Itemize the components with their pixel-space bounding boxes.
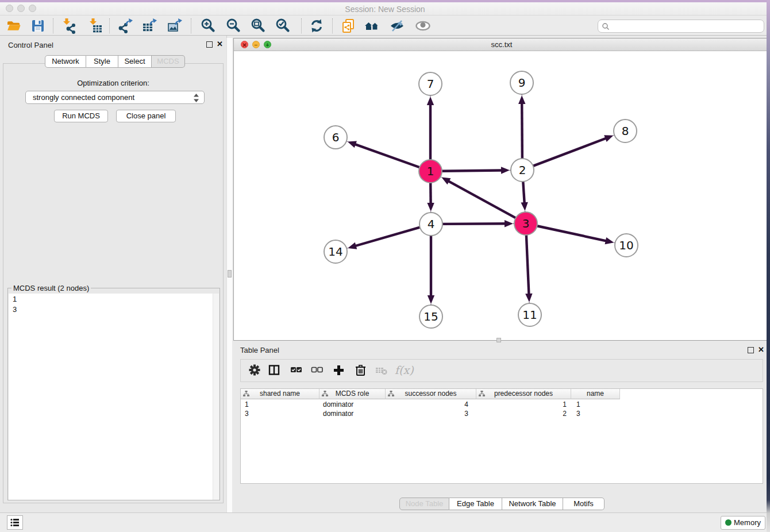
column-header-name[interactable]: name — [571, 389, 620, 399]
function-builder-icon[interactable]: f(x) — [395, 364, 418, 379]
tab-select[interactable]: Select — [118, 55, 152, 68]
graph-node-label: 10 — [619, 238, 633, 252]
delete-column-icon[interactable] — [355, 364, 378, 379]
graph-node-3[interactable]: 3 — [514, 212, 537, 235]
copy-view-icon[interactable] — [340, 18, 356, 34]
split-panel-icon[interactable] — [268, 364, 291, 379]
graph-node-1[interactable]: 1 — [419, 160, 442, 183]
graph-node-2[interactable]: 2 — [511, 159, 534, 182]
graph-node-label: 1 — [427, 164, 434, 178]
graph-edge-2-3[interactable] — [521, 182, 528, 212]
export-network-icon[interactable] — [117, 18, 133, 34]
graph-edge-4-3[interactable] — [442, 220, 514, 227]
graph-edge-3-10[interactable] — [537, 226, 615, 244]
network-graph-canvas[interactable]: 1234678910111415 — [234, 51, 769, 340]
task-history-button[interactable] — [7, 515, 23, 530]
toolbar-separator — [109, 18, 110, 33]
zoom-selected-icon[interactable] — [275, 18, 291, 34]
close-panel-button[interactable]: Close panel — [116, 110, 176, 122]
show-panel-icon[interactable] — [415, 18, 431, 34]
select-all-icon[interactable] — [290, 364, 313, 379]
close-table-panel-icon[interactable]: ✕ — [758, 345, 764, 354]
zoom-fit-icon[interactable] — [250, 18, 266, 34]
close-panel-icon[interactable]: ✕ — [217, 40, 223, 48]
table-cell[interactable]: dominator — [323, 409, 386, 418]
table-cell[interactable]: 3 — [245, 409, 319, 418]
graph-node-10[interactable]: 10 — [615, 234, 638, 257]
optimization-criterion-select[interactable]: strongly connected component — [25, 91, 205, 104]
column-header-predecessor-nodes[interactable]: predecessor nodes — [476, 389, 571, 399]
vertical-splitter-handle[interactable] — [228, 270, 232, 277]
result-scrollbar[interactable] — [213, 294, 219, 500]
table-cell[interactable]: 3 — [386, 409, 468, 418]
table-cell[interactable]: 1 — [576, 400, 620, 409]
graph-edge-4-14[interactable] — [346, 228, 420, 249]
hide-panel-icon[interactable] — [389, 18, 405, 34]
float-panel-icon[interactable] — [206, 41, 213, 48]
tab-motifs[interactable]: Motifs — [563, 498, 605, 510]
graph-node-6[interactable]: 6 — [324, 126, 347, 149]
horizontal-splitter-handle[interactable] — [496, 338, 501, 342]
graph-edge-1-6[interactable] — [346, 141, 419, 168]
table-panel-title: Table Panel — [240, 346, 279, 354]
search-input[interactable] — [598, 20, 764, 33]
tab-network-table[interactable]: Network Table — [502, 498, 563, 510]
export-image-icon[interactable] — [167, 18, 183, 34]
toolbar-separator — [53, 18, 53, 33]
home-layout-icon[interactable] — [364, 18, 380, 34]
table-cell[interactable]: 4 — [386, 400, 468, 409]
mcds-result-area: 1 3 — [9, 294, 219, 500]
memory-button[interactable]: Memory — [721, 516, 765, 530]
graph-node-15[interactable]: 15 — [419, 305, 442, 328]
tab-network[interactable]: Network — [45, 55, 86, 68]
zoom-out-icon[interactable] — [225, 18, 241, 34]
table-cell[interactable]: 3 — [576, 409, 620, 418]
column-header-MCDS-role[interactable]: MCDS role — [319, 389, 386, 399]
tab-mcds[interactable]: MCDS — [152, 55, 185, 68]
dropdown-stepper-icon — [193, 92, 199, 103]
open-file-icon[interactable] — [6, 18, 22, 34]
save-session-icon[interactable] — [30, 18, 46, 34]
import-network-icon[interactable] — [61, 18, 77, 34]
graph-edge-1-4[interactable] — [427, 183, 434, 213]
graph-edge-3-1[interactable] — [441, 177, 516, 218]
graph-node-label: 14 — [328, 245, 342, 259]
import-table-icon[interactable] — [87, 18, 103, 34]
control-panel-header: Control Panel ✕ — [0, 36, 226, 53]
float-table-panel-icon[interactable] — [748, 347, 754, 353]
graph-node-label: 6 — [332, 130, 340, 144]
mcds-result-text[interactable]: 1 3 — [13, 294, 17, 315]
graph-edge-2-8[interactable] — [533, 135, 615, 166]
run-mcds-button[interactable]: Run MCDS — [54, 110, 108, 122]
graph-node-14[interactable]: 14 — [324, 240, 347, 263]
zoom-in-icon[interactable] — [200, 18, 216, 34]
graph-node-11[interactable]: 11 — [518, 303, 541, 326]
tab-edge-table[interactable]: Edge Table — [449, 498, 502, 510]
toolbar-separator — [332, 18, 333, 33]
column-header-successor-nodes[interactable]: successor nodes — [386, 389, 476, 399]
tab-node-table[interactable]: Node Table — [399, 498, 449, 510]
graph-edge-2-9[interactable] — [518, 94, 525, 159]
status-bar: Memory — [0, 512, 770, 532]
export-table-icon[interactable] — [141, 18, 157, 34]
table-cell[interactable]: 2 — [476, 409, 567, 418]
graph-node-9[interactable]: 9 — [510, 71, 533, 94]
graph-edge-4-15[interactable] — [428, 236, 434, 305]
add-column-icon[interactable] — [333, 364, 356, 379]
table-cell[interactable]: 1 — [476, 400, 567, 409]
graph-edge-3-11[interactable] — [525, 235, 532, 303]
graph-edge-1-2[interactable] — [442, 167, 511, 174]
main-toolbar — [0, 15, 770, 36]
network-window-titlebar[interactable]: ✕ − + scc.txt — [234, 38, 769, 51]
tab-style[interactable]: Style — [86, 55, 118, 68]
graph-node-4[interactable]: 4 — [419, 213, 442, 236]
graph-node-7[interactable]: 7 — [419, 72, 442, 95]
refresh-icon[interactable] — [309, 18, 325, 34]
deselect-all-icon[interactable] — [311, 364, 334, 379]
window-titlebar: Session: New Session — [0, 2, 770, 15]
column-header-shared-name[interactable]: shared name — [241, 389, 319, 399]
table-cell[interactable]: dominator — [323, 400, 386, 409]
graph-edge-1-7[interactable] — [427, 95, 434, 160]
graph-node-8[interactable]: 8 — [614, 119, 637, 142]
table-cell[interactable]: 1 — [245, 400, 319, 409]
